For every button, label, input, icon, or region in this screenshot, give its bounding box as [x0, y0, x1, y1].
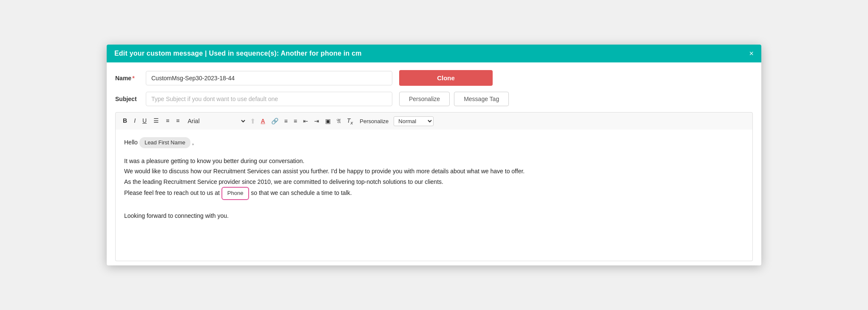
- toolbar-personalize-button[interactable]: Personalize: [357, 117, 391, 125]
- body-line2: We would like to discuss how our Recruit…: [124, 166, 744, 177]
- lead-first-name-tag[interactable]: Lead First Name: [139, 137, 190, 148]
- modal-container: Edit your custom message | Used in seque…: [107, 45, 761, 265]
- body-content: It was a pleasure getting to know you be…: [124, 156, 744, 221]
- unordered-list-icon[interactable]: ≡: [292, 117, 299, 125]
- subject-label: Subject: [115, 96, 146, 102]
- close-button[interactable]: ×: [749, 50, 754, 57]
- name-row: Name* Clone: [115, 70, 753, 86]
- font-family-select[interactable]: Arial Times New Roman Verdana: [184, 116, 247, 126]
- body-line4-part1: Please feel free to reach out to us at: [124, 189, 220, 196]
- image-icon[interactable]: ▣: [323, 117, 332, 125]
- subject-actions: Personalize Message Tag: [399, 92, 509, 106]
- clear-format-icon[interactable]: Tx: [345, 116, 355, 126]
- editor-toolbar: B I U ☰ ≡ ≡ Arial Times New Roman Verdan…: [115, 112, 753, 130]
- name-input[interactable]: [146, 71, 392, 85]
- align-left-button[interactable]: ☰: [151, 116, 161, 126]
- body-line5: Looking forward to connecting with you.: [124, 211, 744, 221]
- text-style-icon[interactable]: 𝔄: [335, 116, 343, 126]
- underline-button[interactable]: U: [140, 116, 149, 126]
- hello-line: Hello Lead First Name ,: [124, 137, 744, 148]
- ordered-list-icon[interactable]: ≡: [283, 117, 289, 125]
- comma-text: ,: [192, 138, 194, 148]
- align-center-button[interactable]: ≡: [164, 116, 171, 126]
- personalize-button[interactable]: Personalize: [399, 92, 450, 106]
- text-style-select[interactable]: Normal Heading 1 Heading 2: [394, 116, 434, 126]
- subject-row: Subject Personalize Message Tag: [115, 92, 753, 106]
- font-color-icon[interactable]: A: [259, 117, 267, 125]
- subject-input[interactable]: [146, 92, 392, 106]
- italic-button[interactable]: I: [132, 116, 138, 126]
- hello-text: Hello: [124, 138, 138, 148]
- body-line1: It was a pleasure getting to know you be…: [124, 156, 744, 166]
- indent-right-icon[interactable]: ⇥: [312, 117, 321, 125]
- name-label: Name*: [115, 75, 146, 82]
- toolbar-separator-1: ⬆: [250, 117, 255, 125]
- align-right-button[interactable]: ≡: [174, 116, 182, 126]
- modal-body: Name* Clone Subject Personalize Message …: [107, 62, 761, 265]
- modal-header: Edit your custom message | Used in seque…: [107, 45, 761, 62]
- editor-content[interactable]: Hello Lead First Name , It was a pleasur…: [115, 130, 753, 261]
- required-star: *: [132, 75, 134, 82]
- body-line3: As the leading Recruitment Service provi…: [124, 177, 744, 187]
- clone-button[interactable]: Clone: [399, 70, 493, 86]
- message-tag-button[interactable]: Message Tag: [454, 92, 509, 106]
- phone-tag[interactable]: Phone: [221, 187, 250, 200]
- link-icon[interactable]: 🔗: [269, 117, 280, 125]
- modal-title: Edit your custom message | Used in seque…: [114, 50, 362, 57]
- body-line4: Please feel free to reach out to us at P…: [124, 187, 744, 200]
- indent-left-icon[interactable]: ⇤: [301, 117, 310, 125]
- body-line4-part2: so that we can schedule a time to talk.: [251, 189, 352, 196]
- bold-button[interactable]: B: [121, 116, 129, 126]
